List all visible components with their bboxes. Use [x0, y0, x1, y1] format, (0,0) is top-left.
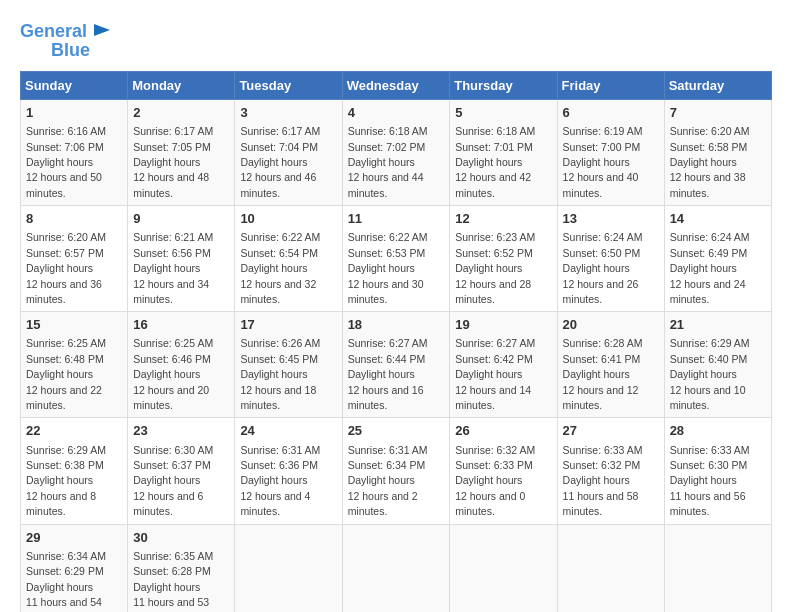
sunrise-text: Sunrise: 6:25 AM — [26, 337, 106, 349]
sunset-text: Sunset: 6:40 PM — [670, 353, 748, 365]
sunrise-text: Sunrise: 6:26 AM — [240, 337, 320, 349]
day-number: 13 — [563, 210, 659, 228]
weekday-header-monday: Monday — [128, 72, 235, 100]
calendar-cell-20: 20 Sunrise: 6:28 AM Sunset: 6:41 PM Dayl… — [557, 312, 664, 418]
sunset-text: Sunset: 6:48 PM — [26, 353, 104, 365]
sunrise-text: Sunrise: 6:19 AM — [563, 125, 643, 137]
day-number: 19 — [455, 316, 551, 334]
sunset-text: Sunset: 6:33 PM — [455, 459, 533, 471]
sunset-text: Sunset: 6:44 PM — [348, 353, 426, 365]
daylight-label: Daylight hours — [670, 156, 737, 168]
sunset-text: Sunset: 6:37 PM — [133, 459, 211, 471]
daylight-label: Daylight hours — [670, 474, 737, 486]
calendar-cell-28: 28 Sunrise: 6:33 AM Sunset: 6:30 PM Dayl… — [664, 418, 771, 524]
calendar-cell-4: 4 Sunrise: 6:18 AM Sunset: 7:02 PM Dayli… — [342, 100, 450, 206]
weekday-header-saturday: Saturday — [664, 72, 771, 100]
sunrise-text: Sunrise: 6:27 AM — [455, 337, 535, 349]
day-number: 5 — [455, 104, 551, 122]
calendar-cell-19: 19 Sunrise: 6:27 AM Sunset: 6:42 PM Dayl… — [450, 312, 557, 418]
day-number: 22 — [26, 422, 122, 440]
sunset-text: Sunset: 7:01 PM — [455, 141, 533, 153]
day-number: 9 — [133, 210, 229, 228]
calendar-cell-8: 8 Sunrise: 6:20 AM Sunset: 6:57 PM Dayli… — [21, 206, 128, 312]
daylight-label: Daylight hours — [348, 262, 415, 274]
daylight-duration: 12 hours and 0 minutes. — [455, 490, 525, 517]
daylight-label: Daylight hours — [670, 368, 737, 380]
daylight-duration: 12 hours and 46 minutes. — [240, 171, 316, 198]
daylight-label: Daylight hours — [133, 156, 200, 168]
day-number: 6 — [563, 104, 659, 122]
daylight-label: Daylight hours — [455, 262, 522, 274]
weekday-header-friday: Friday — [557, 72, 664, 100]
sunrise-text: Sunrise: 6:27 AM — [348, 337, 428, 349]
daylight-duration: 12 hours and 8 minutes. — [26, 490, 96, 517]
daylight-duration: 12 hours and 36 minutes. — [26, 278, 102, 305]
daylight-label: Daylight hours — [348, 474, 415, 486]
day-number: 12 — [455, 210, 551, 228]
logo-text: General — [20, 22, 87, 42]
daylight-label: Daylight hours — [348, 156, 415, 168]
sunset-text: Sunset: 6:32 PM — [563, 459, 641, 471]
daylight-label: Daylight hours — [133, 368, 200, 380]
empty-cell — [342, 524, 450, 612]
daylight-label: Daylight hours — [240, 156, 307, 168]
sunrise-text: Sunrise: 6:25 AM — [133, 337, 213, 349]
weekday-header-tuesday: Tuesday — [235, 72, 342, 100]
calendar-cell-6: 6 Sunrise: 6:19 AM Sunset: 7:00 PM Dayli… — [557, 100, 664, 206]
sunrise-text: Sunrise: 6:32 AM — [455, 444, 535, 456]
day-number: 8 — [26, 210, 122, 228]
sunset-text: Sunset: 7:06 PM — [26, 141, 104, 153]
sunset-text: Sunset: 6:54 PM — [240, 247, 318, 259]
sunset-text: Sunset: 6:58 PM — [670, 141, 748, 153]
daylight-duration: 12 hours and 2 minutes. — [348, 490, 418, 517]
daylight-label: Daylight hours — [133, 581, 200, 593]
daylight-duration: 12 hours and 50 minutes. — [26, 171, 102, 198]
daylight-duration: 12 hours and 20 minutes. — [133, 384, 209, 411]
daylight-duration: 12 hours and 12 minutes. — [563, 384, 639, 411]
sunset-text: Sunset: 6:30 PM — [670, 459, 748, 471]
sunrise-text: Sunrise: 6:23 AM — [455, 231, 535, 243]
daylight-duration: 12 hours and 40 minutes. — [563, 171, 639, 198]
daylight-duration: 11 hours and 54 minutes. — [26, 596, 102, 612]
sunrise-text: Sunrise: 6:33 AM — [670, 444, 750, 456]
sunrise-text: Sunrise: 6:28 AM — [563, 337, 643, 349]
daylight-label: Daylight hours — [563, 156, 630, 168]
sunrise-text: Sunrise: 6:24 AM — [563, 231, 643, 243]
day-number: 11 — [348, 210, 445, 228]
day-number: 16 — [133, 316, 229, 334]
day-number: 23 — [133, 422, 229, 440]
daylight-label: Daylight hours — [240, 262, 307, 274]
daylight-label: Daylight hours — [455, 156, 522, 168]
daylight-label: Daylight hours — [240, 368, 307, 380]
daylight-duration: 12 hours and 14 minutes. — [455, 384, 531, 411]
sunrise-text: Sunrise: 6:17 AM — [240, 125, 320, 137]
sunset-text: Sunset: 6:50 PM — [563, 247, 641, 259]
calendar-cell-3: 3 Sunrise: 6:17 AM Sunset: 7:04 PM Dayli… — [235, 100, 342, 206]
day-number: 28 — [670, 422, 766, 440]
calendar-cell-18: 18 Sunrise: 6:27 AM Sunset: 6:44 PM Dayl… — [342, 312, 450, 418]
sunrise-text: Sunrise: 6:29 AM — [670, 337, 750, 349]
empty-cell — [557, 524, 664, 612]
calendar-cell-10: 10 Sunrise: 6:22 AM Sunset: 6:54 PM Dayl… — [235, 206, 342, 312]
day-number: 30 — [133, 529, 229, 547]
calendar-cell-16: 16 Sunrise: 6:25 AM Sunset: 6:46 PM Dayl… — [128, 312, 235, 418]
daylight-duration: 12 hours and 32 minutes. — [240, 278, 316, 305]
daylight-label: Daylight hours — [26, 156, 93, 168]
sunrise-text: Sunrise: 6:31 AM — [348, 444, 428, 456]
sunset-text: Sunset: 6:46 PM — [133, 353, 211, 365]
sunset-text: Sunset: 6:41 PM — [563, 353, 641, 365]
day-number: 24 — [240, 422, 336, 440]
daylight-duration: 12 hours and 18 minutes. — [240, 384, 316, 411]
daylight-label: Daylight hours — [240, 474, 307, 486]
sunrise-text: Sunrise: 6:18 AM — [455, 125, 535, 137]
day-number: 4 — [348, 104, 445, 122]
day-number: 15 — [26, 316, 122, 334]
sunset-text: Sunset: 6:29 PM — [26, 565, 104, 577]
sunrise-text: Sunrise: 6:21 AM — [133, 231, 213, 243]
sunrise-text: Sunrise: 6:16 AM — [26, 125, 106, 137]
calendar-cell-2: 2 Sunrise: 6:17 AM Sunset: 7:05 PM Dayli… — [128, 100, 235, 206]
day-number: 2 — [133, 104, 229, 122]
daylight-duration: 12 hours and 38 minutes. — [670, 171, 746, 198]
daylight-duration: 12 hours and 26 minutes. — [563, 278, 639, 305]
calendar-cell-23: 23 Sunrise: 6:30 AM Sunset: 6:37 PM Dayl… — [128, 418, 235, 524]
